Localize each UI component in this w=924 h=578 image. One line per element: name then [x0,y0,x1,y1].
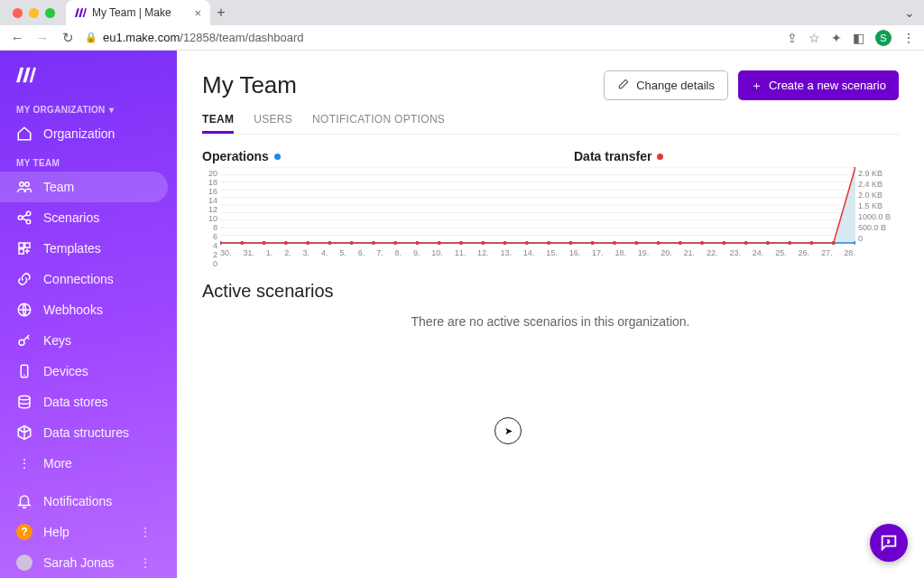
chart: 20181614121086420 30.31.1.2.3.4.5.6.7.8.… [202,167,899,257]
chevron-down-icon: ▾ [109,105,114,115]
toolbar-icons: ⇪ ☆ ✦ ◧ S ⋮ [787,30,915,46]
make-logo[interactable] [0,58,177,96]
tabs-dropdown-icon[interactable]: ⌄ [904,5,915,20]
svg-rect-5 [19,243,23,247]
kebab-icon[interactable]: ⋮ [139,555,161,570]
svg-point-9 [19,340,24,345]
url-host: eu1.make.com [103,31,180,44]
svg-point-68 [547,241,550,245]
sidebar-item-templates[interactable]: Templates [0,233,177,264]
svg-point-53 [220,241,222,245]
svg-point-56 [284,241,288,245]
cube-icon [16,424,32,441]
minimize-window-icon[interactable] [29,8,39,18]
templates-icon [16,240,32,256]
svg-point-67 [525,241,529,245]
sidebar-item-help[interactable]: ? Help ⋮ [0,517,177,547]
chat-help-icon [879,533,899,553]
share-icon[interactable]: ⇪ [787,31,798,45]
svg-rect-6 [25,243,30,247]
svg-rect-7 [19,249,23,254]
window-controls[interactable] [7,8,60,18]
y-axis-right: 2.9 KB2.4 KB2.0 KB1.5 KB1000.0 B500.0 B0 [855,167,899,257]
avatar [16,555,32,571]
sidebar-item-devices[interactable]: Devices [0,356,177,387]
active-scenarios-title: Active scenarios [202,281,899,302]
svg-point-64 [459,241,463,245]
tab-notification-options[interactable]: NOTIFICATION OPTIONS [312,107,445,134]
svg-point-65 [481,241,485,245]
url-field[interactable]: 🔒 eu1.make.com/12858/team/dashboard [85,31,778,44]
tab-users[interactable]: USERS [254,107,292,134]
tab-strip: My Team | Make × + ⌄ [0,0,924,25]
create-scenario-button[interactable]: ＋ Create a new scenario [738,70,899,100]
svg-point-1 [25,182,30,187]
reload-button[interactable]: ↻ [60,30,76,46]
svg-point-72 [634,241,638,245]
tab-team[interactable]: TEAM [202,107,234,134]
globe-icon [16,302,32,318]
svg-point-74 [679,241,682,245]
panel-icon[interactable]: ◧ [853,31,864,45]
team-section-label: MY TEAM [0,149,177,172]
lock-icon: 🔒 [85,32,97,43]
change-details-button[interactable]: Change details [604,70,728,100]
svg-point-69 [568,241,572,245]
maximize-window-icon[interactable] [45,8,55,18]
empty-scenarios-message: There are no active scenarios in this or… [202,314,899,329]
sidebar-item-notifications[interactable]: Notifications [0,486,177,517]
sidebar: MY ORGANIZATION ▾ Organization MY TEAM T… [0,51,177,578]
org-section-label[interactable]: MY ORGANIZATION ▾ [0,96,177,118]
svg-point-81 [832,241,836,245]
svg-point-3 [26,211,31,216]
sidebar-item-more[interactable]: ⋮ More [0,448,177,479]
sidebar-item-organization[interactable]: Organization [0,118,177,149]
sidebar-item-team[interactable]: Team [0,172,168,202]
sidebar-item-scenarios[interactable]: Scenarios [0,202,177,233]
forward-button[interactable]: → [34,30,51,45]
svg-point-80 [810,241,814,245]
scenarios-icon [16,210,32,226]
sidebar-item-datastores[interactable]: Data stores [0,387,177,417]
sidebar-item-connections[interactable]: Connections [0,264,177,294]
more-icon: ⋮ [16,455,32,471]
database-icon [16,394,32,410]
back-button[interactable]: ← [9,30,25,45]
link-icon [16,271,32,287]
browser-tab[interactable]: My Team | Make × [66,0,210,25]
svg-point-70 [591,241,595,245]
svg-point-58 [328,241,331,245]
svg-point-54 [240,241,244,245]
new-tab-button[interactable]: + [210,5,232,21]
key-icon [16,332,32,349]
svg-point-82 [854,167,855,169]
bookmark-icon[interactable]: ☆ [808,31,820,45]
help-fab[interactable] [870,524,908,562]
plus-icon: ＋ [751,78,762,94]
cursor-indicator: ➤ [494,417,522,444]
svg-point-0 [20,182,24,187]
browser-menu-icon[interactable]: ⋮ [902,31,915,45]
svg-point-61 [393,241,397,245]
profile-badge[interactable]: S [875,30,892,46]
chart-legend: Operations Data transfer [202,149,899,163]
url-path: /12858/team/dashboard [180,31,303,44]
chart-plot: 30.31.1.2.3.4.5.6.7.8.9.10.11.12.13.14.1… [220,167,855,257]
extensions-icon[interactable]: ✦ [831,31,842,45]
close-window-icon[interactable] [13,8,23,18]
sidebar-item-datastructures[interactable]: Data structures [0,417,177,448]
y-axis-left: 20181614121086420 [202,167,220,257]
svg-point-57 [306,241,310,245]
sidebar-item-keys[interactable]: Keys [0,325,177,356]
operations-dot-icon [274,154,281,160]
datatransfer-dot-icon [657,154,663,160]
svg-point-66 [504,241,507,245]
svg-point-63 [438,241,441,245]
svg-point-73 [657,241,661,245]
sidebar-item-user[interactable]: Sarah Jonas ⋮ [0,547,177,578]
kebab-icon[interactable]: ⋮ [139,525,161,539]
sidebar-item-webhooks[interactable]: Webhooks [0,294,177,325]
svg-point-60 [372,241,375,245]
close-tab-icon[interactable]: × [194,6,201,20]
bell-icon [16,493,32,509]
